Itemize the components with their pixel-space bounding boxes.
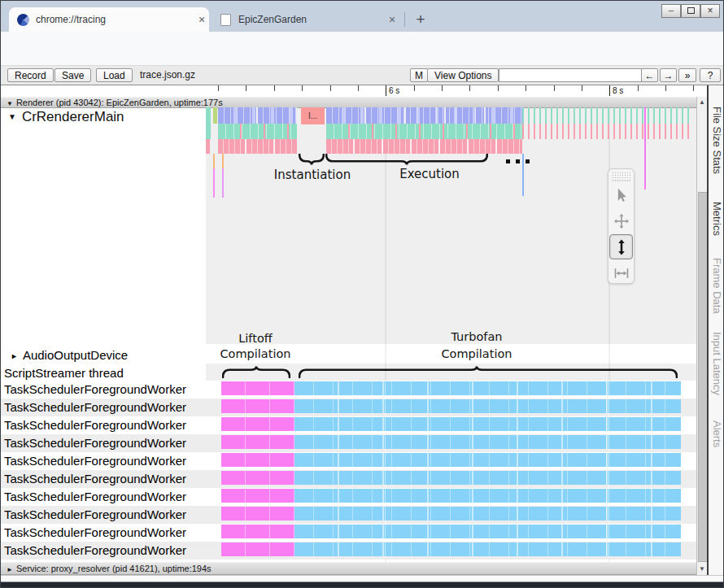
thread-scriptstreamer: ScriptStreamer thread xyxy=(4,364,124,382)
new-tab-button[interactable]: + xyxy=(411,11,430,30)
pan-tool-button[interactable] xyxy=(609,208,633,233)
ruler-tick xyxy=(218,85,219,91)
renderer-process-header[interactable]: ▼Renderer (pid 43042): EpicZenGarden, up… xyxy=(1,97,707,108)
turbofan-compile-bar[interactable] xyxy=(294,399,681,413)
tab-close-icon[interactable]: × xyxy=(385,13,399,26)
tab-epiczengarden[interactable]: EpicZenGarden × xyxy=(211,7,399,32)
timing-tool-button[interactable] xyxy=(609,260,633,285)
liftoff-compile-bar[interactable] xyxy=(221,471,294,485)
turbofan-compile-bar[interactable] xyxy=(294,489,681,503)
expand-arrow-icon[interactable]: ► xyxy=(11,352,18,360)
record-button[interactable]: Record xyxy=(7,68,54,82)
turbofan-compile-bar[interactable] xyxy=(294,525,681,538)
view-options-button[interactable]: View Options xyxy=(427,68,499,82)
ellipsis-dot xyxy=(506,159,510,163)
thread-crrenderermain: ▼CrRendererMain xyxy=(8,109,124,125)
ruler-tick xyxy=(498,85,499,91)
trace-slice[interactable] xyxy=(213,107,217,124)
turbofan-compile-bar[interactable] xyxy=(294,542,681,556)
zoom-tool-button[interactable] xyxy=(609,234,633,259)
liftoff-compile-bar[interactable] xyxy=(221,489,294,503)
renderer-header-text: Renderer (pid 43042): EpicZenGarden, upt… xyxy=(16,98,223,107)
trace-line-magenta xyxy=(644,107,646,189)
side-panel-tab[interactable]: Alerts xyxy=(711,420,723,447)
side-panel-tab[interactable]: Metrics xyxy=(711,202,723,236)
turbofan-compile-bar[interactable] xyxy=(294,435,681,449)
collapse-arrow-icon[interactable]: ▼ xyxy=(7,100,13,107)
thread-row-taskscheduler: TaskSchedulerForegroundWorker xyxy=(1,524,696,542)
turbofan-compile-bar[interactable] xyxy=(294,417,681,431)
turbofan-label-line1: Turbofan xyxy=(451,330,502,343)
ruler-tick xyxy=(246,85,246,91)
more-tools-button[interactable]: » xyxy=(678,68,696,82)
scroll-up-icon[interactable]: ▲ xyxy=(697,97,707,107)
side-panel-tabstrip: File Size Stats Metrics Frame Data Input… xyxy=(707,85,724,581)
sparse-slices-pink[interactable] xyxy=(522,124,691,139)
save-button[interactable]: Save xyxy=(55,68,91,82)
liftoff-compile-bar[interactable] xyxy=(221,381,294,395)
close-button[interactable]: × xyxy=(700,4,720,18)
trace-slices-blue[interactable] xyxy=(218,107,297,124)
liftoff-compile-bar[interactable] xyxy=(221,525,294,538)
trace-slice[interactable] xyxy=(206,107,211,139)
thread-row-taskscheduler: TaskSchedulerForegroundWorker xyxy=(1,381,696,399)
liftoff-brace xyxy=(222,365,290,378)
collapse-arrow-icon[interactable]: ▼ xyxy=(8,112,16,121)
execution-label: Execution xyxy=(399,167,460,181)
ruler-tick xyxy=(386,85,386,96)
find-next-button[interactable]: → xyxy=(660,68,677,82)
liftoff-compile-bar[interactable] xyxy=(221,399,294,413)
ruler-tick xyxy=(526,85,526,91)
thread-row-taskscheduler: TaskSchedulerForegroundWorker xyxy=(1,452,696,470)
liftoff-compile-bar[interactable] xyxy=(221,542,294,556)
sparse-slices-teal[interactable] xyxy=(522,107,691,124)
turbofan-compile-bar[interactable] xyxy=(294,471,681,485)
liftoff-compile-bar[interactable] xyxy=(221,435,294,449)
turbofan-compile-bar[interactable] xyxy=(294,507,681,520)
turbofan-compile-bar[interactable] xyxy=(294,381,681,395)
trace-slices-pink[interactable] xyxy=(326,139,522,154)
bottom-strip xyxy=(1,575,723,581)
trace-slices-teal[interactable] xyxy=(218,124,297,139)
side-panel-tab[interactable]: File Size Stats xyxy=(711,107,723,174)
expand-arrow-icon[interactable]: ► xyxy=(7,566,13,573)
thread-label: TaskSchedulerForegroundWorker xyxy=(4,524,186,542)
thread-row-taskscheduler: TaskSchedulerForegroundWorker xyxy=(1,416,696,434)
service-process-header[interactable]: ►Service: proxy_resolver (pid 41621), up… xyxy=(1,562,707,575)
trace-slices-teal[interactable] xyxy=(326,124,522,139)
trace-line-magenta xyxy=(213,168,215,198)
trace-slice[interactable] xyxy=(206,139,210,154)
find-previous-button[interactable]: ← xyxy=(641,68,658,82)
thread-row-taskscheduler: TaskSchedulerForegroundWorker xyxy=(1,506,696,524)
tracing-toolbar: Record Save Load trace.json.gz M View Op… xyxy=(1,66,723,85)
minimize-button[interactable]: ─ xyxy=(661,4,681,18)
turbofan-compile-bar[interactable] xyxy=(294,453,681,467)
load-button[interactable]: Load xyxy=(96,68,133,82)
side-panel-tab[interactable]: Input Latency xyxy=(711,332,723,395)
turbofan-brace xyxy=(299,365,678,378)
trace-slices-pink[interactable] xyxy=(218,139,297,154)
metadata-button[interactable]: M xyxy=(410,68,428,82)
gridline-highlight xyxy=(385,381,386,558)
thread-label: CrRendererMain xyxy=(22,109,124,124)
liftoff-compile-bar[interactable] xyxy=(221,417,294,431)
liftoff-compile-bar[interactable] xyxy=(221,453,294,467)
liftoff-compile-bar[interactable] xyxy=(221,507,294,520)
ruler-tick xyxy=(693,85,694,91)
trace-slices-blue[interactable] xyxy=(326,107,522,124)
vertical-scrollbar[interactable]: ▲ ▼ xyxy=(696,97,707,575)
horizontal-span-icon xyxy=(613,265,630,281)
search-input[interactable] xyxy=(499,68,642,82)
instantiate-slice[interactable]: I... xyxy=(301,107,325,124)
select-tool-button[interactable] xyxy=(609,182,633,207)
help-button[interactable]: ? xyxy=(700,68,721,82)
tab-close-icon[interactable]: × xyxy=(194,13,209,26)
tab-tracing[interactable]: chrome://tracing × xyxy=(9,7,209,32)
maximize-icon xyxy=(687,7,695,14)
side-panel-tab[interactable]: Frame Data xyxy=(711,258,723,314)
scroll-down-icon[interactable]: ▼ xyxy=(697,564,707,574)
palette-drag-handle[interactable] xyxy=(612,172,630,181)
maximize-button[interactable] xyxy=(681,4,700,18)
titlebar: chrome://tracing × EpicZenGarden × + ─ × xyxy=(1,1,723,32)
ruler-tick xyxy=(638,85,639,91)
